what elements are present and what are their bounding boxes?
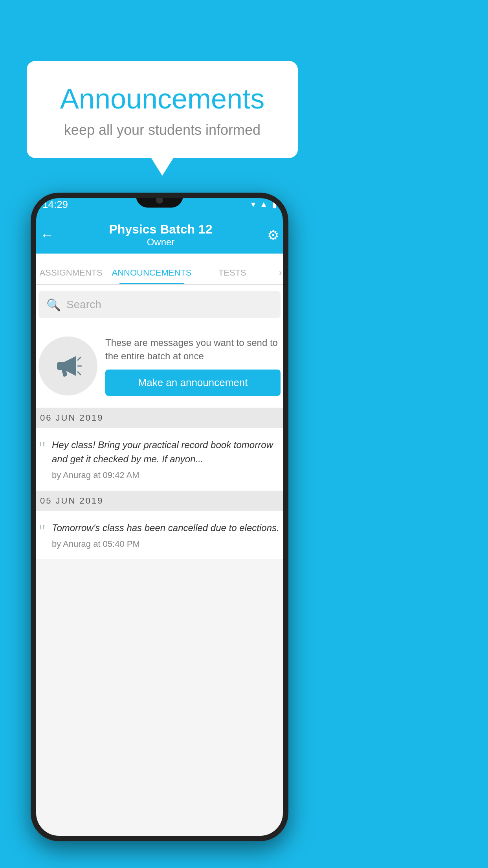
tabs-bar: ASSIGNMENTS ANNOUNCEMENTS TESTS › [31,254,288,285]
megaphone-icon [52,350,84,382]
battery-icon: ▮ [272,199,277,210]
date-separator-2: 05 JUN 2019 [31,491,288,511]
announcement-content-2: Tomorrow's class has been cancelled due … [52,521,281,549]
search-container: 🔍 Search [31,285,288,324]
tab-tests[interactable]: TESTS [192,268,273,284]
header-title-group: Physics Batch 12 Owner [54,222,267,248]
search-box[interactable]: 🔍 Search [39,291,281,318]
phone-screen: 14:29 ▾ ▲ ▮ ← Physics Batch 12 Owner ⚙ A… [31,193,288,841]
phone-mockup: 14:29 ▾ ▲ ▮ ← Physics Batch 12 Owner ⚙ A… [31,193,288,841]
svg-line-0 [78,357,81,360]
announcement-item-1[interactable]: " Hey class! Bring your practical record… [31,428,288,491]
tab-announcements[interactable]: ANNOUNCEMENTS [111,268,192,284]
announcement-item-2[interactable]: " Tomorrow's class has been cancelled du… [31,511,288,560]
tab-assignments[interactable]: ASSIGNMENTS [31,268,111,284]
announcement-content-1: Hey class! Bring your practical record b… [52,438,281,480]
promo-content: These are messages you want to send to t… [105,336,281,396]
bubble-subtitle: keep all your students informed [42,122,282,138]
camera-cutout [156,197,163,204]
promo-description: These are messages you want to send to t… [105,336,281,362]
back-button[interactable]: ← [40,227,54,243]
svg-line-2 [78,372,81,375]
speech-bubble: Announcements keep all your students inf… [27,61,298,158]
header-subtitle: Owner [54,237,267,248]
search-icon: 🔍 [46,298,61,312]
quote-icon-1: " [39,440,46,457]
phone-notch [136,193,183,208]
promo-section: These are messages you want to send to t… [31,324,288,408]
app-header: ← Physics Batch 12 Owner ⚙ [31,216,288,254]
search-input-placeholder: Search [66,298,101,311]
announcement-text-1: Hey class! Bring your practical record b… [52,438,281,466]
make-announcement-button[interactable]: Make an announcement [105,370,281,396]
promo-icon-circle [39,337,97,395]
header-title: Physics Batch 12 [54,222,267,237]
tab-more-button[interactable]: › [273,268,288,284]
announcement-meta-1: by Anurag at 09:42 AM [52,470,281,480]
status-time: 14:29 [42,199,68,211]
wifi-icon: ▾ [251,199,255,210]
signal-icon: ▲ [259,199,268,210]
bubble-title: Announcements [42,83,282,115]
status-icons: ▾ ▲ ▮ [251,199,277,210]
announcement-meta-2: by Anurag at 05:40 PM [52,539,281,549]
date-separator-1: 06 JUN 2019 [31,408,288,428]
settings-icon[interactable]: ⚙ [267,227,279,243]
announcement-text-2: Tomorrow's class has been cancelled due … [52,521,281,535]
quote-icon-2: " [39,522,46,540]
